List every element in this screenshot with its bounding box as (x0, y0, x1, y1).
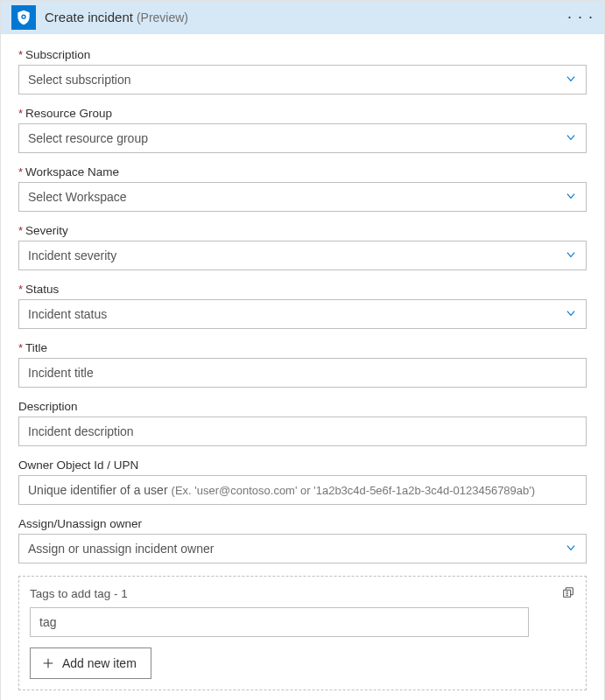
owner-id-input[interactable]: Unique identifier of a user (Ex. 'user@c… (18, 475, 587, 505)
required-asterisk: * (18, 283, 23, 296)
label-status: Status (25, 283, 59, 296)
tag-value: tag (39, 615, 56, 629)
add-new-item-button[interactable]: Add new item (30, 648, 151, 679)
tags-label: Tags to add tag - 1 (30, 587, 128, 600)
label-severity: Severity (25, 224, 68, 237)
label-owner-id: Owner Object Id / UPN (18, 458, 138, 472)
owner-id-placeholder: Unique identifier of a user (28, 483, 168, 497)
required-asterisk: * (18, 165, 23, 178)
subscription-placeholder: Select subscription (28, 73, 131, 87)
label-title: Title (25, 341, 47, 354)
sentinel-icon (11, 5, 36, 30)
severity-dropdown[interactable]: Incident severity (18, 241, 587, 270)
header-more-button[interactable]: · · · (567, 8, 594, 26)
field-workspace-name: *Workspace Name Select Workspace (18, 165, 587, 212)
owner-id-hint: (Ex. 'user@contoso.com' or '1a2b3c4d-5e6… (172, 484, 536, 497)
dynamic-content-icon[interactable] (561, 585, 575, 602)
chevron-down-icon (565, 542, 577, 556)
chevron-down-icon (565, 190, 577, 205)
assign-owner-placeholder: Assign or unassign incident owner (28, 542, 214, 556)
required-asterisk: * (18, 107, 23, 120)
tags-section: Tags to add tag - 1 tag Add new item (18, 576, 587, 690)
resource-group-dropdown[interactable]: Select resource group (18, 123, 587, 153)
tag-input[interactable]: tag (30, 607, 529, 637)
label-description: Description (18, 400, 78, 413)
workspace-name-dropdown[interactable]: Select Workspace (18, 182, 587, 212)
required-asterisk: * (18, 224, 23, 237)
field-severity: *Severity Incident severity (18, 224, 587, 270)
field-status: *Status Incident status (18, 283, 587, 329)
assign-owner-dropdown[interactable]: Assign or unassign incident owner (18, 534, 587, 564)
header-title: Create incident (45, 10, 133, 24)
workspace-name-placeholder: Select Workspace (28, 190, 127, 204)
title-input[interactable]: Incident title (18, 358, 587, 388)
severity-placeholder: Incident severity (28, 248, 116, 262)
field-description: Description Incident description (18, 400, 587, 446)
card-header: Create incident (Preview) · · · (1, 1, 604, 34)
field-resource-group: *Resource Group Select resource group (18, 107, 587, 153)
chevron-down-icon (565, 248, 577, 263)
description-input[interactable]: Incident description (18, 416, 587, 446)
header-preview-badge: (Preview) (137, 10, 188, 24)
label-resource-group: Resource Group (25, 107, 112, 120)
field-subscription: *Subscription Select subscription (18, 48, 587, 94)
label-workspace-name: Workspace Name (25, 165, 119, 178)
chevron-down-icon (565, 307, 577, 322)
form-body: *Subscription Select subscription *Resou… (1, 34, 604, 700)
required-asterisk: * (18, 48, 23, 61)
plus-icon (41, 656, 55, 670)
status-placeholder: Incident status (28, 307, 107, 321)
title-placeholder: Incident title (28, 366, 94, 380)
chevron-down-icon (565, 131, 577, 146)
required-asterisk: * (18, 341, 23, 354)
status-dropdown[interactable]: Incident status (18, 299, 587, 329)
add-new-item-label: Add new item (62, 656, 137, 670)
label-assign-owner: Assign/Unassign owner (18, 517, 142, 530)
field-title: *Title Incident title (18, 341, 587, 388)
description-placeholder: Incident description (28, 424, 134, 438)
field-owner-id: Owner Object Id / UPN Unique identifier … (18, 458, 587, 505)
field-assign-owner: Assign/Unassign owner Assign or unassign… (18, 517, 587, 564)
label-subscription: Subscription (25, 48, 90, 61)
subscription-dropdown[interactable]: Select subscription (18, 65, 587, 94)
svg-point-1 (23, 16, 25, 18)
chevron-down-icon (565, 73, 577, 88)
resource-group-placeholder: Select resource group (28, 131, 148, 145)
